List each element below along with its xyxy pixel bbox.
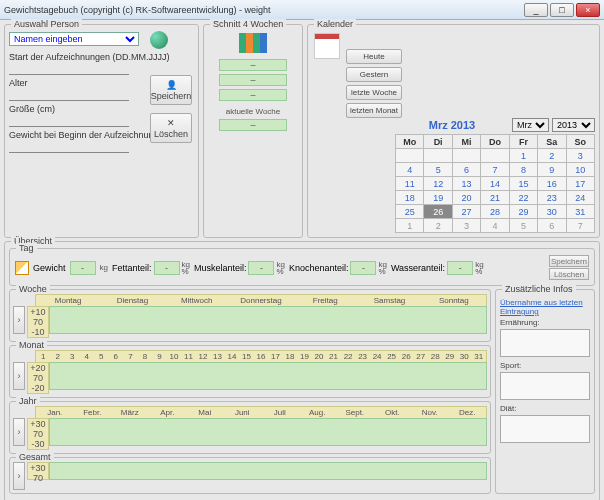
person-legend: Auswahl Person [11, 19, 82, 29]
calendar-day[interactable]: 15 [509, 177, 537, 191]
musk-value[interactable]: - [248, 261, 274, 275]
person-group: Auswahl Person Namen eingeben Start der … [4, 24, 199, 238]
calendar-day[interactable]: 21 [481, 191, 509, 205]
delete-button[interactable]: ✕Löschen [150, 113, 192, 143]
gewicht-input[interactable] [9, 141, 129, 153]
calendar-day[interactable]: 2 [424, 219, 452, 233]
calendar-day[interactable]: 4 [396, 163, 424, 177]
calendar-day[interactable]: 11 [396, 177, 424, 191]
uebersicht-group: Übersicht Tag Gewicht - kg Fettanteil:-k… [4, 241, 600, 500]
gesamt-expand[interactable]: › [13, 462, 25, 490]
calendar-day[interactable]: 4 [481, 219, 509, 233]
calendar-day[interactable]: 20 [452, 191, 480, 205]
calendar-day[interactable]: 16 [538, 177, 566, 191]
start-input[interactable] [9, 63, 129, 75]
maximize-button[interactable]: □ [550, 3, 574, 17]
schnitt-val-3: – [219, 89, 287, 101]
delete-icon: ✕ [167, 118, 175, 128]
monat-section: Monat 1234567891011121314151617181920212… [9, 345, 491, 398]
calendar-day[interactable]: 14 [481, 177, 509, 191]
close-button[interactable]: × [576, 3, 600, 17]
start-label: Start der Aufzeichnungen (DD.MM.JJJJ) [9, 52, 194, 62]
calendar-day[interactable]: 23 [538, 191, 566, 205]
calendar-day[interactable] [452, 149, 480, 163]
titlebar: Gewichtstagebuch (copyright (c) RK-Softw… [0, 0, 604, 20]
person-icon: 👤 [166, 80, 177, 90]
calendar-day[interactable]: 24 [566, 191, 594, 205]
calendar-day[interactable]: 25 [396, 205, 424, 219]
calendar-day[interactable]: 22 [509, 191, 537, 205]
schnitt-val-4: – [219, 119, 287, 131]
calendar-day[interactable]: 1 [509, 149, 537, 163]
calendar-day[interactable]: 1 [396, 219, 424, 233]
calendar-table: MoDiMiDoFrSaSo 1234567891011121314151617… [395, 134, 595, 233]
year-select[interactable]: 2013 [552, 118, 595, 132]
schnitt-val-1: – [219, 59, 287, 71]
pen-icon[interactable] [15, 261, 29, 275]
person-select[interactable]: Namen eingeben [9, 32, 139, 46]
calendar-day[interactable]: 5 [509, 219, 537, 233]
gewicht-value[interactable]: - [70, 261, 96, 275]
letzte-woche-button[interactable]: letzte Woche [346, 85, 402, 100]
knoch-value[interactable]: - [350, 261, 376, 275]
globe-icon[interactable] [150, 31, 168, 49]
calendar-day[interactable]: 19 [424, 191, 452, 205]
month-select[interactable]: Mrz [512, 118, 549, 132]
sport-input[interactable] [500, 372, 590, 400]
calendar-day[interactable]: 7 [481, 163, 509, 177]
alter-input[interactable] [9, 89, 129, 101]
gewicht-unit: kg [100, 264, 108, 271]
kalender-legend: Kalender [314, 19, 356, 29]
calendar-day[interactable]: 9 [538, 163, 566, 177]
side-group: Zusätzliche Infos Übernahme aus letzten … [495, 289, 595, 494]
calendar-day[interactable]: 8 [509, 163, 537, 177]
calendar-day[interactable]: 5 [424, 163, 452, 177]
save-button[interactable]: 👤Speichern [150, 75, 192, 105]
schnitt-val-2: – [219, 74, 287, 86]
calendar-day[interactable]: 3 [566, 149, 594, 163]
aktuell-label: aktuelle Woche [208, 107, 298, 116]
calendar-day[interactable] [396, 149, 424, 163]
calendar-day[interactable]: 28 [481, 205, 509, 219]
calendar-day[interactable]: 3 [452, 219, 480, 233]
gestern-button[interactable]: Gestern [346, 67, 402, 82]
letzten-monat-button[interactable]: letzten Monat [346, 103, 402, 118]
calendar-day[interactable]: 31 [566, 205, 594, 219]
uebernahme-label[interactable]: Übernahme aus letzten Eintragung [500, 298, 590, 316]
woche-expand[interactable]: › [13, 306, 25, 334]
calendar-day[interactable]: 2 [538, 149, 566, 163]
calendar-day[interactable]: 6 [538, 219, 566, 233]
groesse-input[interactable] [9, 115, 129, 127]
woche-plot [49, 306, 487, 334]
calendar-day[interactable]: 13 [452, 177, 480, 191]
woche-section: Woche MontagDienstagMittwochDonnerstagFr… [9, 289, 491, 342]
jahr-expand[interactable]: › [13, 418, 25, 446]
wasser-value[interactable]: - [447, 261, 473, 275]
tag-save-button[interactable]: Speichern [549, 255, 589, 267]
calendar-day[interactable]: 18 [396, 191, 424, 205]
schnitt-group: Schnitt 4 Wochen – – – aktuelle Woche – [203, 24, 303, 238]
monat-expand[interactable]: › [13, 362, 25, 390]
calendar-day[interactable]: 26 [424, 205, 452, 219]
calendar-day[interactable]: 17 [566, 177, 594, 191]
calendar-day[interactable]: 29 [509, 205, 537, 219]
tag-legend: Tag [16, 243, 37, 253]
tag-delete-button[interactable]: Löschen [549, 268, 589, 280]
chart-icon [239, 33, 267, 53]
tag-section: Tag Gewicht - kg Fettanteil:-kg % Muskel… [9, 248, 595, 286]
minimize-button[interactable]: _ [524, 3, 548, 17]
calendar-day[interactable]: 7 [566, 219, 594, 233]
calendar-day[interactable]: 27 [452, 205, 480, 219]
calendar-day[interactable] [481, 149, 509, 163]
calendar-day[interactable]: 10 [566, 163, 594, 177]
diaet-input[interactable] [500, 415, 590, 443]
calendar-day[interactable]: 6 [452, 163, 480, 177]
calendar-day[interactable]: 12 [424, 177, 452, 191]
fett-value[interactable]: - [154, 261, 180, 275]
calendar-icon [314, 33, 340, 59]
jahr-section: Jahr Jan.Febr.MärzApr.MaiJuniJuliAug.Sep… [9, 401, 491, 454]
ernaehrung-input[interactable] [500, 329, 590, 357]
calendar-day[interactable]: 30 [538, 205, 566, 219]
calendar-day[interactable] [424, 149, 452, 163]
heute-button[interactable]: Heute [346, 49, 402, 64]
